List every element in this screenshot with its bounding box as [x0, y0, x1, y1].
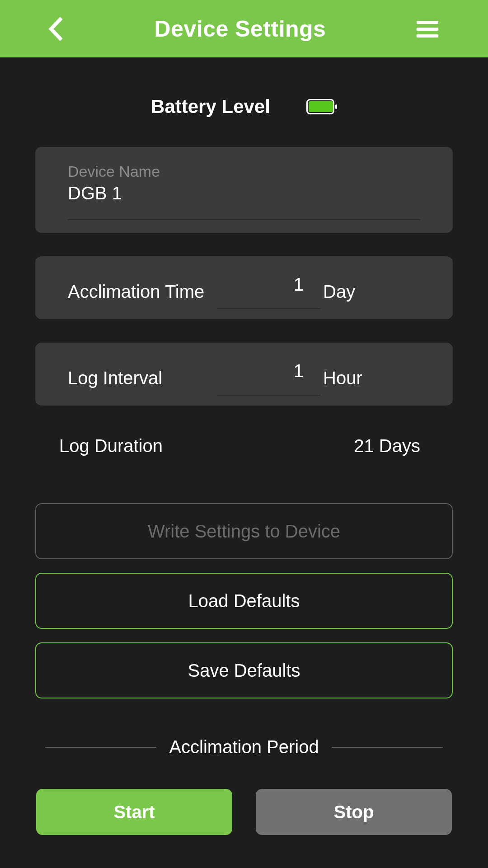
battery-level-label: Battery Level — [151, 96, 270, 118]
menu-icon[interactable] — [417, 20, 438, 38]
divider-line-right — [332, 747, 443, 748]
svg-rect-2 — [417, 34, 438, 38]
log-interval-unit: Hour — [321, 368, 420, 388]
svg-rect-0 — [417, 21, 438, 24]
load-defaults-button[interactable]: Load Defaults — [35, 573, 453, 629]
app-header: Device Settings — [0, 0, 488, 57]
acclimation-time-label: Acclimation Time — [68, 282, 217, 302]
log-interval-label: Log Interval — [68, 368, 217, 388]
acclimation-time-input[interactable]: 1 — [217, 274, 321, 309]
log-duration-value: 21 Days — [354, 436, 420, 456]
device-name-input[interactable]: DGB 1 — [68, 183, 420, 220]
log-interval-input[interactable]: 1 — [217, 361, 321, 396]
start-button[interactable]: Start — [36, 789, 232, 835]
page-title: Device Settings — [64, 16, 417, 42]
acclimation-time-unit: Day — [321, 282, 420, 302]
log-duration-label: Log Duration — [59, 436, 163, 456]
log-interval-value: 1 — [294, 361, 304, 381]
svg-rect-1 — [417, 28, 438, 31]
battery-status-row: Battery Level — [0, 96, 488, 118]
acclimation-period-divider: Acclimation Period — [45, 737, 443, 757]
device-name-card: Device Name DGB 1 — [35, 147, 453, 233]
save-defaults-button[interactable]: Save Defaults — [35, 642, 453, 698]
acclimation-period-title: Acclimation Period — [169, 737, 319, 757]
battery-icon — [306, 99, 337, 114]
acclimation-action-row: Start Stop — [35, 789, 453, 835]
divider-line-left — [45, 747, 156, 748]
device-name-label: Device Name — [68, 163, 420, 180]
acclimation-time-value: 1 — [294, 274, 304, 294]
acclimation-time-card: Acclimation Time 1 Day — [35, 256, 453, 319]
stop-button[interactable]: Stop — [256, 789, 452, 835]
write-settings-button[interactable]: Write Settings to Device — [35, 503, 453, 559]
back-icon[interactable] — [47, 17, 64, 41]
log-duration-row: Log Duration 21 Days — [35, 429, 453, 456]
log-interval-card: Log Interval 1 Hour — [35, 343, 453, 406]
